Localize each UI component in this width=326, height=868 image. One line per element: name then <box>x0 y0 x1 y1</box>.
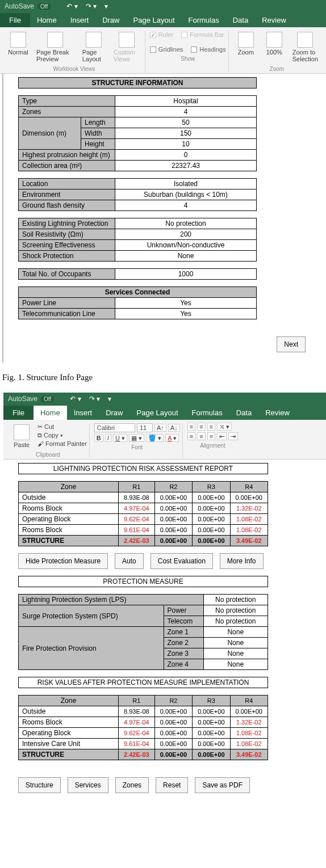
r1-cell[interactable]: 8.93E-08 <box>118 492 154 503</box>
type-value[interactable]: Hospital <box>115 96 257 107</box>
r3-cell[interactable]: 0.00E+00 <box>193 717 230 728</box>
zones-button[interactable]: Zones <box>115 777 149 793</box>
zone-cell[interactable]: STRUCTURE <box>19 749 119 760</box>
tab-data-2[interactable]: Data <box>229 406 258 420</box>
tab-page-layout[interactable]: Page Layout <box>127 13 182 27</box>
r2-cell[interactable]: 0.00E+00 <box>154 739 192 749</box>
r3-cell[interactable]: 0.00E+00 <box>193 503 230 514</box>
redo-icon[interactable]: ↷ ▾ <box>83 2 99 10</box>
cost-evaluation-button[interactable]: Cost Evaluation <box>151 553 213 569</box>
zone3-value[interactable]: None <box>203 648 268 659</box>
autosave-toggle-2[interactable]: AutoSave Off <box>8 395 55 403</box>
r2-cell[interactable]: 0.00E+00 <box>154 749 192 760</box>
tab-insert[interactable]: Insert <box>64 13 96 27</box>
zone1-value[interactable]: None <box>203 627 268 638</box>
grow-font-icon[interactable]: A↑ <box>154 424 166 432</box>
telecom-line-value[interactable]: Yes <box>115 309 257 319</box>
r1-cell[interactable]: 9.61E-04 <box>118 525 154 536</box>
r4-cell[interactable]: 1.08E-02 <box>230 514 268 525</box>
r1-cell[interactable]: 9.61E-04 <box>118 739 154 749</box>
tab-review-2[interactable]: Review <box>258 406 296 420</box>
zone-cell[interactable]: Rooms Block <box>19 717 119 728</box>
r4-cell[interactable]: 1.08E-02 <box>230 525 268 536</box>
r4-cell[interactable]: 3.49E-02 <box>230 536 268 546</box>
spd-telecom-value[interactable]: No protection <box>203 616 268 627</box>
r3-cell[interactable]: 0.00E+00 <box>193 728 230 739</box>
r4-cell[interactable]: 1.08E-02 <box>230 739 268 749</box>
font-color-button[interactable]: A ▾ <box>165 434 179 442</box>
fill-color-button[interactable]: 🪣 ▾ <box>146 434 164 442</box>
bold-button[interactable]: B <box>94 434 103 442</box>
soil-value[interactable]: 200 <box>115 229 257 240</box>
tab-home[interactable]: Home <box>30 13 64 27</box>
align-bottom-icon[interactable]: ≡ <box>207 423 215 431</box>
tab-insert-2[interactable]: Insert <box>67 406 99 420</box>
r3-cell[interactable]: 0.00E+00 <box>193 536 230 546</box>
more-info-button[interactable]: More Info <box>220 553 264 569</box>
screening-value[interactable]: Unknown/Non-conductive <box>115 240 257 251</box>
tab-data[interactable]: Data <box>226 13 255 27</box>
gridlines-checkbox[interactable]: Gridlines <box>150 45 183 53</box>
qat-customize-icon-2[interactable]: ▾ <box>106 395 114 403</box>
headings-checkbox[interactable]: Headings <box>191 45 225 53</box>
structure-button[interactable]: Structure <box>18 777 61 793</box>
save-icon-2[interactable] <box>58 395 64 403</box>
r2-cell[interactable]: 0.00E+00 <box>154 492 192 503</box>
ruler-checkbox[interactable]: Ruler <box>150 31 173 39</box>
zoom-button[interactable]: Zoom <box>233 31 258 57</box>
r4-cell[interactable]: 0.00E+00 <box>230 706 268 717</box>
r3-cell[interactable]: 0.00E+00 <box>193 492 230 503</box>
zone4-value[interactable]: None <box>203 659 268 670</box>
tab-review[interactable]: Review <box>255 13 293 27</box>
decrease-indent-icon[interactable]: ⇤ <box>217 432 227 440</box>
zone-cell[interactable]: Rooms Block <box>19 525 119 536</box>
spd-power-value[interactable]: No protection <box>203 605 268 616</box>
power-line-value[interactable]: Yes <box>115 298 257 309</box>
increase-indent-icon[interactable]: ⇥ <box>228 432 238 440</box>
shock-value[interactable]: None <box>115 251 257 262</box>
collection-value[interactable]: 22327.43 <box>115 161 257 171</box>
align-right-icon[interactable]: ≡ <box>207 432 215 440</box>
r2-cell[interactable]: 0.00E+00 <box>154 717 192 728</box>
zone-cell[interactable]: Rooms Block <box>19 503 119 514</box>
gfd-value[interactable]: 4 <box>115 200 257 211</box>
align-center-icon[interactable]: ≡ <box>197 432 205 440</box>
r4-cell[interactable]: 0.00E+00 <box>230 492 268 503</box>
r2-cell[interactable]: 0.00E+00 <box>154 536 192 546</box>
tab-page-layout-2[interactable]: Page Layout <box>130 406 185 420</box>
r1-cell[interactable]: 4.97E-04 <box>118 503 154 514</box>
r3-cell[interactable]: 0.00E+00 <box>193 514 230 525</box>
width-value[interactable]: 150 <box>115 128 257 139</box>
redo-icon-2[interactable]: ↷ ▾ <box>87 395 102 403</box>
paste-button[interactable]: Paste <box>9 423 34 449</box>
lps-value[interactable]: No protection <box>203 595 268 605</box>
zone-cell[interactable]: Operating Block <box>19 514 119 525</box>
r3-cell[interactable]: 0.00E+00 <box>193 749 230 760</box>
r2-cell[interactable]: 0.00E+00 <box>154 706 192 717</box>
orientation-icon[interactable]: ⤭ ▾ <box>217 423 232 431</box>
zone-cell[interactable]: STRUCTURE <box>19 536 119 546</box>
r4-cell[interactable]: 1.32E-02 <box>230 503 268 514</box>
zones-value[interactable]: 4 <box>115 107 257 117</box>
r1-cell[interactable]: 4.97E-04 <box>118 717 154 728</box>
shrink-font-icon[interactable]: A↓ <box>168 424 180 432</box>
r1-cell[interactable]: 2.42E-03 <box>118 536 154 546</box>
save-as-pdf-button[interactable]: Save as PDF <box>195 777 250 793</box>
autosave-toggle[interactable]: AutoSave Off <box>5 2 52 11</box>
italic-button[interactable]: I <box>105 434 111 442</box>
tab-file[interactable]: File <box>0 13 30 27</box>
undo-icon[interactable]: ↶ ▾ <box>64 2 80 10</box>
custom-views-button[interactable]: Custom Views <box>111 31 143 64</box>
occupants-value[interactable]: 1000 <box>115 269 257 280</box>
r3-cell[interactable]: 0.00E+00 <box>193 739 230 749</box>
r1-cell[interactable]: 9.62E-04 <box>118 728 154 739</box>
align-middle-icon[interactable]: ≡ <box>197 423 205 431</box>
r2-cell[interactable]: 0.00E+00 <box>154 503 192 514</box>
copy-button[interactable]: ⧉ Copy ▾ <box>37 432 87 439</box>
height-value[interactable]: 10 <box>115 139 257 150</box>
r1-cell[interactable]: 9.62E-04 <box>118 514 154 525</box>
qat-customize-icon[interactable]: ▾ <box>102 2 110 10</box>
zone-cell[interactable]: Operating Block <box>19 728 119 739</box>
zone2-value[interactable]: None <box>203 638 268 648</box>
elp-value[interactable]: No protection <box>115 218 257 229</box>
